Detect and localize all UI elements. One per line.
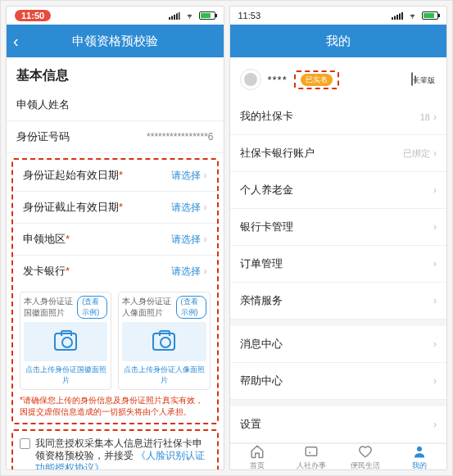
profile-name-masked: **** <box>268 74 288 86</box>
menu-help[interactable]: 帮助中心› <box>230 363 447 400</box>
camera-icon <box>54 333 77 351</box>
form-highlight-box: 身份证起始有效日期* 请选择› 身份证截止有效日期* 请选择› 申领地区* 请选… <box>11 158 219 424</box>
battery-icon <box>199 11 215 20</box>
picker-value: 请选择 <box>171 265 201 277</box>
tab-label: 我的 <box>412 460 427 469</box>
menu-bankcard[interactable]: 银行卡管理› <box>230 209 447 246</box>
elder-mode-button[interactable]: 长辈版 <box>409 73 437 86</box>
menu-social-card[interactable]: 我的社保卡18› <box>230 98 447 135</box>
picker-label: 身份证截止有效日期 <box>23 201 119 213</box>
wifi-icon <box>184 11 195 20</box>
picker-value: 请选择 <box>171 170 201 181</box>
row-name: 申领人姓名 <box>7 89 224 121</box>
picker-value: 请选择 <box>171 233 201 245</box>
home-icon <box>250 444 265 459</box>
upload-caption: 点击上传身份证人像面照片 <box>122 365 206 386</box>
battery-icon <box>422 11 438 20</box>
menu-orders[interactable]: 订单管理› <box>230 246 447 283</box>
tab-social[interactable]: 人社办事 <box>284 444 338 469</box>
tab-label: 便民生活 <box>351 460 380 469</box>
tab-mine[interactable]: 我的 <box>392 444 446 469</box>
picker-region[interactable]: 申领地区* 请选择› <box>13 224 217 256</box>
chevron-right-icon: › <box>433 258 437 270</box>
menu-bank-account[interactable]: 社保卡银行账户已绑定› <box>230 135 447 172</box>
section-heading: 基本信息 <box>7 57 224 89</box>
elder-mode-icon <box>411 72 413 86</box>
signal-icon <box>169 11 180 20</box>
row-idno: 身份证号码 ****************6 <box>7 121 224 153</box>
picker-label: 身份证起始有效日期 <box>23 169 119 181</box>
upload-id-front[interactable]: 本人身份证证国徽面照片 (查看示例) 点击上传身份证国徽面照片 <box>20 292 111 390</box>
chevron-right-icon: › <box>433 419 437 430</box>
example-button[interactable]: (查看示例) <box>176 296 206 319</box>
menu-messages[interactable]: 消息中心› <box>230 320 447 363</box>
menu-settings[interactable]: 设置› <box>230 400 447 443</box>
idno-label: 身份证号码 <box>16 129 70 144</box>
name-label: 申领人姓名 <box>16 97 70 112</box>
chevron-right-icon: › <box>433 111 437 123</box>
picker-label: 发卡银行 <box>23 265 66 277</box>
picker-bank[interactable]: 发卡银行* 请选择› <box>13 256 217 287</box>
upload-id-back[interactable]: 本人身份证证人像面照片 (查看示例) 点击上传身份证人像面照片 <box>118 292 210 390</box>
chevron-right-icon: › <box>433 295 437 306</box>
chevron-right-icon: › <box>204 202 207 213</box>
user-icon <box>412 444 427 459</box>
heart-icon <box>358 444 373 459</box>
tab-life[interactable]: 便民生活 <box>338 444 392 469</box>
avatar[interactable] <box>240 69 261 90</box>
picker-label: 申领地区 <box>23 233 66 245</box>
chevron-right-icon: › <box>433 147 437 159</box>
status-time: 11:50 <box>15 10 51 21</box>
picker-id-end[interactable]: 身份证截止有效日期* 请选择› <box>13 192 217 224</box>
verified-badge-highlight: 已实名 <box>294 70 339 89</box>
menu-pension[interactable]: 个人养老金› <box>230 172 447 209</box>
card-icon <box>304 444 319 459</box>
chevron-right-icon: › <box>204 233 207 245</box>
chevron-right-icon: › <box>433 375 437 387</box>
menu-family[interactable]: 亲情服务› <box>230 283 447 320</box>
upload-caption: 点击上传身份证国徽面照片 <box>24 365 107 386</box>
upload-title: 本人身份证证国徽面照片 <box>24 296 77 319</box>
verified-badge: 已实名 <box>301 74 333 86</box>
elder-mode-label: 长辈版 <box>413 76 435 84</box>
back-icon[interactable]: ‹ <box>13 32 19 51</box>
status-time: 11:53 <box>238 11 261 20</box>
camera-icon <box>152 333 175 351</box>
chevron-right-icon: › <box>433 338 437 350</box>
svg-point-1 <box>417 447 422 451</box>
svg-rect-0 <box>306 447 317 456</box>
tab-home[interactable]: 首页 <box>230 444 284 469</box>
chevron-right-icon: › <box>204 170 207 181</box>
upload-title: 本人身份证证人像面照片 <box>122 296 175 319</box>
signal-icon <box>392 11 403 20</box>
person-icon <box>187 329 202 353</box>
picker-value: 请选择 <box>171 202 201 213</box>
agree-checkbox[interactable] <box>20 438 30 449</box>
nav-title: 申领资格预校验 <box>72 34 158 49</box>
example-button[interactable]: (查看示例) <box>77 296 107 319</box>
wifi-icon <box>407 11 418 20</box>
chevron-right-icon: › <box>433 184 437 196</box>
tab-label: 人社办事 <box>297 460 326 469</box>
tab-label: 首页 <box>250 460 265 469</box>
warning-text: *请确保您上传的身份信息及身份证照片真实有效，因提交虚假信息造成的一切损失将由个… <box>13 392 217 418</box>
picker-id-start[interactable]: 身份证起始有效日期* 请选择› <box>13 160 217 192</box>
chevron-right-icon: › <box>433 221 437 233</box>
agree-highlight-box[interactable]: 我同意授权采集本人信息进行社保卡申领资格预校验，并接受 《人脸识别认证功能授权协… <box>11 429 219 469</box>
idno-value: ****************6 <box>147 131 213 143</box>
nav-title: 我的 <box>326 34 351 49</box>
chevron-right-icon: › <box>204 265 207 277</box>
